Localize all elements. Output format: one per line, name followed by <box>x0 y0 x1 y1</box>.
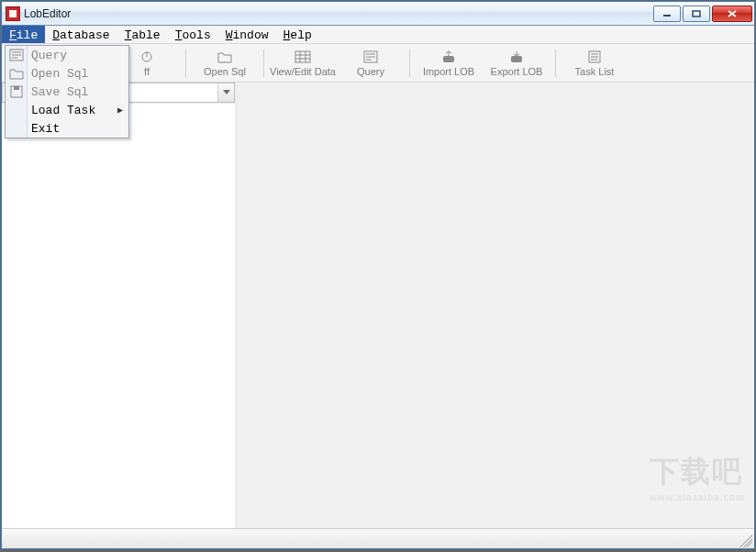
toolbar-label: ff <box>144 66 150 77</box>
watermark-main: 下载吧 <box>650 455 743 488</box>
window-title: LobEditor <box>24 7 71 20</box>
toolbar-separator <box>263 50 264 77</box>
file-menu-save-sql[interactable]: Save Sql <box>6 83 128 101</box>
logoff-icon <box>138 49 156 65</box>
dropdown-item-label: Exit <box>31 122 60 136</box>
query-icon <box>9 48 24 62</box>
export-icon <box>507 49 526 65</box>
dropdown-item-label: Open Sql <box>31 67 88 81</box>
toolbar-label: Open Sql <box>204 66 246 77</box>
toolbar-separator <box>555 50 556 77</box>
toolbar-view-edit[interactable]: View/Edit Data <box>270 45 336 82</box>
chevron-down-icon <box>223 90 230 95</box>
toolbar-open-sql[interactable]: Open Sql <box>192 45 258 82</box>
left-panel-body <box>2 103 235 528</box>
svg-rect-15 <box>443 56 454 62</box>
file-menu-dropdown: QueryOpen SqlSave SqlLoad Task▶Exit <box>5 45 129 138</box>
maximize-icon <box>692 10 701 17</box>
app-icon <box>6 6 20 21</box>
save-icon <box>9 84 24 99</box>
svg-rect-0 <box>663 15 671 17</box>
resize-grip[interactable] <box>736 531 752 547</box>
minimize-icon <box>662 10 672 17</box>
title-bar: LobEditor <box>2 2 754 26</box>
file-menu-query[interactable]: Query <box>6 46 128 64</box>
open-icon <box>9 66 24 81</box>
toolbar-separator <box>409 50 410 77</box>
tasklist-icon <box>585 49 604 65</box>
toolbar-task-list[interactable]: Task List <box>561 45 628 82</box>
submenu-arrow-icon: ▶ <box>117 105 123 116</box>
close-button[interactable] <box>712 6 752 22</box>
maximize-button[interactable] <box>683 6 710 22</box>
watermark: 下载吧 www.xiazaiba.com <box>650 452 745 502</box>
window-controls <box>653 6 754 22</box>
svg-marker-21 <box>223 90 230 94</box>
toolbar-query[interactable]: Query <box>338 45 404 82</box>
menu-file[interactable]: File <box>2 26 45 43</box>
table-icon <box>294 49 312 65</box>
app-window: LobEditor FileDatabaseTableToolsWindowHe… <box>1 1 755 549</box>
left-panel <box>2 83 238 528</box>
menu-database[interactable]: Database <box>45 26 117 43</box>
status-bar <box>2 528 754 548</box>
svg-rect-1 <box>693 11 700 17</box>
toolbar-label: Export LOB <box>491 66 543 77</box>
open-icon <box>216 49 234 65</box>
toolbar-export-lob[interactable]: Export LOB <box>484 45 550 82</box>
toolbar-label: Task List <box>575 66 615 77</box>
file-menu-open-sql[interactable]: Open Sql <box>6 64 128 83</box>
watermark-sub: www.xiazaiba.com <box>650 492 745 502</box>
combo-dropdown-button[interactable] <box>217 83 234 102</box>
import-icon <box>439 49 458 65</box>
menu-window[interactable]: Window <box>218 26 276 43</box>
toolbar-label: View/Edit Data <box>270 66 336 77</box>
toolbar-label: Query <box>357 66 384 77</box>
minimize-button[interactable] <box>653 6 681 22</box>
file-menu-load-task[interactable]: Load Task▶ <box>6 101 128 119</box>
close-icon <box>728 10 737 17</box>
dropdown-item-label: Load Task <box>31 104 95 117</box>
menu-bar: FileDatabaseTableToolsWindowHelp <box>2 26 754 44</box>
menu-help[interactable]: Help <box>276 26 319 43</box>
toolbar-import-lob[interactable]: Import LOB <box>416 45 482 82</box>
file-menu-exit[interactable]: Exit <box>6 119 128 138</box>
menu-tools[interactable]: Tools <box>168 26 218 43</box>
svg-rect-27 <box>14 86 19 90</box>
toolbar-label: Import LOB <box>423 66 474 77</box>
toolbar-separator <box>185 50 186 77</box>
query-icon <box>361 49 380 65</box>
svg-rect-16 <box>511 56 522 62</box>
svg-rect-6 <box>295 51 310 62</box>
dropdown-item-label: Save Sql <box>31 85 88 99</box>
content-area: 下载吧 www.xiazaiba.com <box>2 83 754 528</box>
menu-table[interactable]: Table <box>117 26 168 43</box>
dropdown-item-label: Query <box>31 49 67 62</box>
